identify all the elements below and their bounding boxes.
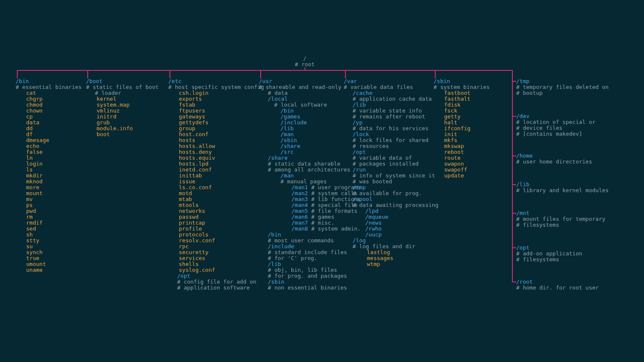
col4-dir-0: /cache	[353, 90, 372, 96]
col-drop-2	[170, 70, 170, 78]
col1-item-7: boot	[97, 131, 110, 137]
col2-item-20: networks	[179, 208, 205, 214]
col3-dir-7: /man	[280, 131, 294, 137]
col0-item-13: ls	[26, 167, 33, 173]
col3-dir-11: /share	[268, 155, 288, 161]
col2-item-28: services	[179, 255, 205, 261]
col4-cmt-12: # packages installed	[353, 161, 419, 167]
col4-cmt-1: # application cache data	[353, 96, 432, 102]
col4-dir-7: /lock	[353, 131, 369, 137]
col5-item-9: mkswap	[444, 143, 464, 149]
col5-item-1: fasthalt	[444, 96, 471, 102]
right-tick-6	[512, 282, 516, 282]
col3-cmt-27: # standard include files	[268, 249, 347, 255]
col4-cmt-15: # was booted	[353, 179, 392, 185]
col3-cmt-28: # for 'C' prog.	[268, 255, 317, 261]
col2-cmt-32: # config file for add on	[177, 279, 256, 285]
col0-item-21: rm	[26, 214, 33, 220]
right-dir-6: /root	[516, 279, 533, 285]
col-drop-0	[17, 70, 18, 78]
col2-item-21: passwd	[179, 214, 199, 220]
right-cmt-1-0: # location of special or	[516, 119, 595, 125]
col2-item-9: hosts.allow	[179, 143, 215, 149]
col0-item-11: ln	[26, 155, 33, 161]
col2-item-3: ftpusers	[179, 108, 205, 114]
col-dir-0: /bin	[16, 78, 29, 84]
col4-cmt-9: # resources	[353, 143, 389, 149]
col2-item-19: mtools	[179, 202, 199, 208]
col4-cmt-26: # log files and dir	[353, 244, 415, 249]
col4-dir-21: /mqueue	[365, 214, 388, 220]
col2-item-22: printcap	[179, 220, 205, 226]
col2-item-15: issue	[179, 179, 195, 185]
col4-cmt-14: # info of system since it	[353, 173, 435, 179]
col0-item-19: ps	[26, 202, 33, 208]
col2-item-24: protocols	[179, 232, 208, 238]
right-cmt-4-0: # mount files for temporary	[516, 216, 605, 222]
col3-dir-14: /man	[280, 173, 294, 179]
right-cmt-5-0: # add-on application	[516, 251, 582, 257]
col3-cmt-12: # static data sharable	[268, 161, 340, 167]
col3-dir-9: /share	[280, 143, 300, 149]
col2-item-8: hosts	[179, 137, 195, 143]
col2-cmt-33: # application software	[177, 285, 250, 291]
col3-cmt-15: # manual pages	[280, 179, 327, 185]
col5-item-5: halt	[444, 120, 457, 126]
col4-dir-13: /run	[353, 167, 366, 173]
root-dir: /	[303, 56, 307, 62]
col0-item-26: su	[26, 244, 33, 249]
col0-item-12: login	[26, 161, 43, 167]
root-cmt: # root	[295, 62, 315, 67]
col-drop-4	[345, 70, 346, 78]
col-drop-5	[435, 70, 436, 78]
col0-item-20: pwd	[26, 208, 36, 214]
col-dir-1: /boot	[86, 78, 102, 84]
col2-item-29: shells	[179, 261, 199, 267]
col3-dir-1: /local	[268, 96, 288, 102]
col3-cmt-25: # most user commands	[268, 238, 334, 244]
col-drop-3	[260, 70, 261, 78]
col3-dir-5: /include	[280, 120, 307, 126]
col2-item-10: hosts.deny	[179, 149, 212, 155]
col1-cmt-0: # loader	[95, 90, 121, 96]
col3-cmt-30: # obj, bin, lib files	[268, 267, 337, 273]
col-dir-5: /sbin	[434, 78, 450, 84]
col3-mix-23: /man8 # system admin.	[291, 226, 361, 232]
col2-item-30: syslog.conf	[179, 267, 215, 273]
right-tick-3	[512, 184, 516, 185]
right-cmt-2-0: # user home directories	[516, 159, 592, 165]
col0-item-24: sh	[26, 232, 33, 238]
col3-cmt-0: # data	[268, 90, 288, 96]
right-cmt-1-2: # [contains makedev]	[516, 131, 582, 137]
col1-item-1: kernel	[97, 96, 116, 102]
col4-cmt-3: # variable state info	[353, 108, 422, 114]
col2-item-13: inetd.conf	[179, 167, 212, 173]
right-cmt-0-1: # bootup	[516, 90, 543, 96]
right-tick-2	[512, 156, 516, 156]
right-dir-5: /opt	[516, 245, 529, 251]
col0-item-2: chmod	[26, 102, 43, 108]
col3-cmt-31: # for prog. and packages	[268, 273, 347, 279]
right-cmt-4-1: # filesystems	[516, 222, 559, 228]
col2-item-25: resolv.conf	[179, 238, 215, 244]
right-cmt-6-0: # home dir. for root user	[516, 285, 599, 291]
col-drop-1	[87, 70, 88, 78]
col-cmt-1: # static files of boot	[86, 84, 159, 90]
col5-item-10: reboot	[444, 149, 464, 155]
col4-item-28: messages	[367, 255, 393, 261]
col0-item-17: mount	[26, 190, 43, 196]
col3-mix-18: /man3 # lib functions	[291, 196, 361, 202]
col4-dir-18: /spool	[353, 196, 372, 202]
right-tick-5	[512, 247, 516, 248]
col0-item-23: sed	[26, 226, 36, 232]
col2-dir-31: /opt	[177, 273, 190, 279]
col0-item-6: dd	[26, 126, 33, 131]
col0-item-5: data	[26, 120, 39, 126]
col3-mix-20: /man5 # file formats	[291, 208, 358, 214]
col4-cmt-17: # available for prog.	[353, 190, 422, 196]
col0-item-25: stty	[26, 238, 39, 244]
col2-item-18: mtab	[179, 196, 192, 202]
right-dir-0: /tmp	[516, 78, 529, 84]
col2-item-23: profile	[179, 226, 202, 232]
col0-item-9: echo	[26, 143, 39, 149]
